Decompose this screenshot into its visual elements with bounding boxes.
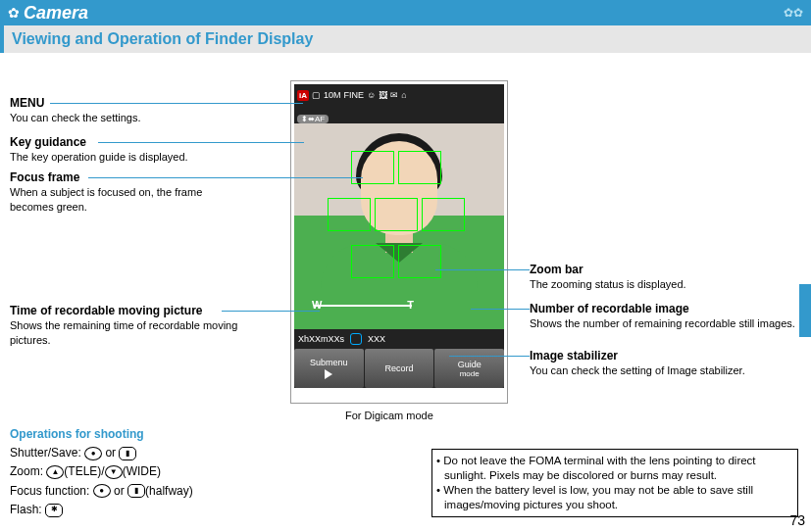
callout-image-stabilizer: Image stabilizer You can check the setti… (530, 349, 804, 378)
finder-caption: For Digicam mode (345, 410, 433, 421)
callout-line (449, 356, 530, 357)
album-icon: 🖼 (379, 90, 387, 100)
callout-recordable-time: Time of recordable moving picture Shows … (10, 304, 245, 348)
callout-recordable-count: Number of recordable image Shows the num… (530, 302, 804, 331)
operations-heading: Operations for shooting (10, 425, 193, 444)
finder-keyguide-row: ⬍⬌AF (294, 106, 504, 123)
operations-section: Operations for shooting Shutter/Save: ● … (10, 425, 193, 519)
ops-label: Zoom: (10, 464, 43, 478)
ops-shutter-row: Shutter/Save: ● or ▮ (10, 444, 193, 462)
softkey-right: Guide mode (434, 349, 504, 388)
ops-wide: (WIDE) (123, 464, 161, 478)
softkey-left: Submenu (294, 349, 364, 388)
face-detect-icon: ☺ (367, 90, 376, 100)
ops-halfway: (halfway) (145, 484, 193, 498)
picture-size-icon: 10M (324, 90, 341, 100)
zoom-wide-label: W (312, 299, 322, 311)
center-key-icon: ● (84, 447, 102, 460)
play-icon (325, 369, 332, 379)
image-stabilizer-icon (350, 333, 362, 345)
callout-desc: You can check the settings. (10, 112, 141, 123)
storage-icon: ⌂ (401, 90, 406, 100)
callout-zoom-bar: Zoom bar The zooming status is displayed… (530, 263, 785, 292)
callout-title: Time of recordable moving picture (10, 304, 245, 318)
ops-zoom-row: Zoom: ▲(TELE)/▼(WIDE) (10, 462, 193, 481)
softkey-label: Record (385, 363, 414, 373)
focus-frame (398, 151, 441, 184)
finder-info-row: XhXXmXXs XXX (294, 329, 504, 349)
side-key-icon: ▮ (127, 484, 145, 498)
page-number: 73 (789, 512, 805, 528)
callout-desc: The zooming status is displayed. (530, 278, 686, 290)
recordable-count-value: XXX (368, 334, 385, 344)
callout-line (50, 103, 303, 104)
focus-frame (422, 198, 465, 231)
zoom-bar: W T (314, 300, 412, 312)
key-guidance-icon: ⬍⬌AF (297, 115, 329, 123)
ops-or: or (114, 484, 125, 498)
header-decor-icon: ✿✿ (784, 6, 803, 20)
callout-desc: Shows the remaining time of recordable m… (10, 319, 237, 346)
side-key-icon: ▮ (119, 447, 136, 460)
ops-label: Flash: (10, 503, 42, 516)
caution-item: When the battery level is low, you may n… (436, 483, 791, 512)
callout-line (88, 177, 363, 178)
section-heading: Viewing and Operation of Finder Display (0, 25, 811, 53)
ops-or: or (105, 446, 116, 459)
finder-status-row: iA ▢ 10M FINE ☺ 🖼 ✉ ⌂ (294, 84, 504, 106)
focus-frame (328, 198, 371, 231)
callout-line (435, 269, 530, 270)
section-title: Viewing and Operation of Finder Display (12, 30, 313, 48)
finder-viewfinder: W T (294, 123, 504, 329)
quality-icon: FINE (344, 90, 365, 100)
ops-flash-row: Flash: ✱ (10, 501, 193, 519)
caution-box: Do not leave the FOMA terminal with the … (431, 449, 798, 517)
zoom-tele-label: T (407, 299, 414, 311)
flash-key-icon: ✱ (45, 504, 63, 517)
ops-focus-row: Focus function: ● or ▮(halfway) (10, 482, 193, 501)
frame-icon: ▢ (312, 90, 321, 100)
callout-title: Number of recordable image (530, 302, 804, 316)
flower-icon: ✿ (8, 5, 20, 21)
up-key-icon: ▲ (46, 465, 64, 479)
focus-frame (398, 245, 441, 278)
callout-focus-frame: Focus frame When a subject is focused on… (10, 170, 245, 215)
callout-line (222, 311, 320, 312)
callout-title: Image stabilizer (530, 349, 804, 363)
callout-desc: The key operation guide is displayed. (10, 151, 188, 163)
focus-frame (375, 198, 418, 231)
page-header: ✿ Camera ✿✿ (0, 0, 811, 25)
ops-tele: (TELE)/ (64, 464, 104, 478)
callout-desc: Shows the number of remaining recordable… (530, 317, 795, 329)
callout-key-guidance: Key guidance The key operation guide is … (10, 135, 226, 165)
page-title: Camera (24, 3, 88, 24)
focus-frame (351, 151, 394, 184)
recordable-time-value: XhXXmXXs (298, 334, 344, 344)
mail-icon: ✉ (390, 90, 398, 100)
caution-item: Do not leave the FOMA terminal with the … (436, 454, 791, 483)
softkey-center: Record (365, 349, 434, 388)
callout-desc: You can check the setting of Image stabi… (530, 364, 745, 376)
callout-desc: When a subject is focused on, the frame … (10, 186, 202, 213)
callout-line (98, 142, 304, 143)
softkey-sublabel: mode (460, 369, 480, 378)
callout-menu: MENU You can check the settings. (10, 96, 206, 125)
callout-line (471, 309, 530, 310)
focus-frame (351, 245, 394, 278)
center-key-icon: ● (93, 484, 111, 498)
down-key-icon: ▼ (105, 465, 123, 479)
finder-softkey-row: Submenu Record Guide mode (294, 349, 504, 388)
intelligent-auto-icon: iA (297, 90, 309, 101)
softkey-label: Guide (458, 360, 482, 369)
softkey-label: Submenu (310, 358, 348, 367)
callout-title: Zoom bar (530, 263, 785, 277)
section-tab (799, 284, 811, 337)
ops-label: Focus function: (10, 484, 89, 498)
ops-label: Shutter/Save: (10, 446, 81, 459)
